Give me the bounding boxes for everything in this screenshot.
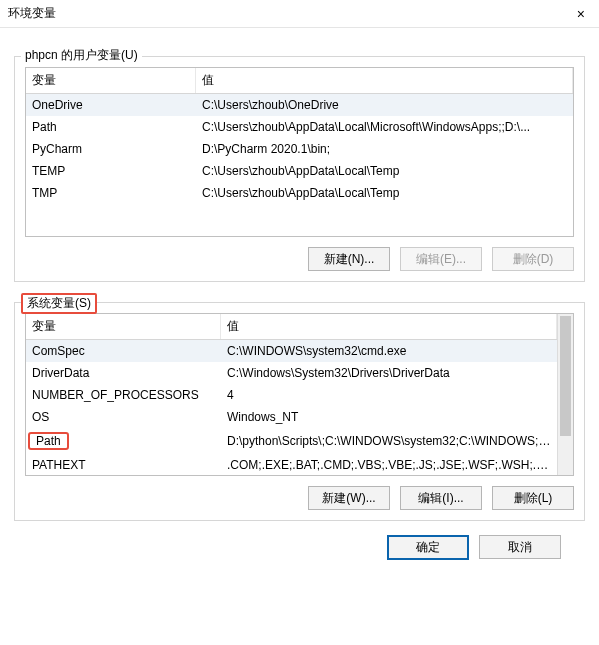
table-row[interactable]: TMP C:\Users\zhoub\AppData\Local\Temp — [26, 182, 573, 204]
var-name: ComSpec — [26, 342, 221, 360]
var-name: TEMP — [26, 162, 196, 180]
var-value: D:\PyCharm 2020.1\bin; — [196, 140, 573, 158]
var-name: Path — [26, 118, 196, 136]
cancel-button[interactable]: 取消 — [479, 535, 561, 559]
var-value: C:\Users\zhoub\AppData\Local\Temp — [196, 162, 573, 180]
var-value: C:\WINDOWS\system32\cmd.exe — [221, 342, 557, 360]
var-name: Path — [26, 430, 221, 452]
user-vars-body: OneDrive C:\Users\zhoub\OneDrive Path C:… — [26, 94, 573, 236]
ok-button[interactable]: 确定 — [387, 535, 469, 560]
new-button[interactable]: 新建(W)... — [308, 486, 390, 510]
var-name: OS — [26, 408, 221, 426]
system-vars-body: ComSpec C:\WINDOWS\system32\cmd.exe Driv… — [26, 340, 557, 475]
var-value: 4 — [221, 386, 557, 404]
table-row[interactable]: PATHEXT .COM;.EXE;.BAT;.CMD;.VBS;.VBE;.J… — [26, 454, 557, 475]
var-value: C:\Users\zhoub\OneDrive — [196, 96, 573, 114]
table-row[interactable]: OS Windows_NT — [26, 406, 557, 428]
var-name: TMP — [26, 184, 196, 202]
table-row[interactable]: Path C:\Users\zhoub\AppData\Local\Micros… — [26, 116, 573, 138]
path-highlight: Path — [28, 432, 69, 450]
system-vars-legend: 系统变量(S) — [21, 293, 97, 314]
table-row[interactable]: TEMP C:\Users\zhoub\AppData\Local\Temp — [26, 160, 573, 182]
delete-button[interactable]: 删除(D) — [492, 247, 574, 271]
col-header-value[interactable]: 值 — [221, 314, 557, 339]
var-value: C:\Windows\System32\Drivers\DriverData — [221, 364, 557, 382]
close-icon[interactable]: × — [571, 4, 591, 24]
table-row[interactable]: Path D:\python\Scripts\;C:\WINDOWS\syste… — [26, 428, 557, 454]
titlebar: 环境变量 × — [0, 0, 599, 28]
var-value: Windows_NT — [221, 408, 557, 426]
var-name: PyCharm — [26, 140, 196, 158]
edit-button[interactable]: 编辑(I)... — [400, 486, 482, 510]
dialog-content: phpcn 的用户变量(U) 变量 值 OneDrive C:\Users\zh… — [0, 28, 599, 560]
system-vars-table[interactable]: 变量 值 ComSpec C:\WINDOWS\system32\cmd.exe… — [25, 313, 574, 476]
var-value: C:\Users\zhoub\AppData\Local\Microsoft\W… — [196, 118, 573, 136]
var-name: NUMBER_OF_PROCESSORS — [26, 386, 221, 404]
var-name: PATHEXT — [26, 456, 221, 474]
user-vars-header: 变量 值 — [26, 68, 573, 94]
scrollbar[interactable] — [557, 314, 573, 475]
var-value: C:\Users\zhoub\AppData\Local\Temp — [196, 184, 573, 202]
user-vars-legend: phpcn 的用户变量(U) — [21, 47, 142, 64]
col-header-name[interactable]: 变量 — [26, 68, 196, 93]
var-value: D:\python\Scripts\;C:\WINDOWS\system32;C… — [221, 432, 557, 450]
system-vars-header: 变量 值 — [26, 314, 557, 340]
var-value: .COM;.EXE;.BAT;.CMD;.VBS;.VBE;.JS;.JSE;.… — [221, 456, 557, 474]
table-row[interactable]: DriverData C:\Windows\System32\Drivers\D… — [26, 362, 557, 384]
var-name: OneDrive — [26, 96, 196, 114]
dialog-buttons: 确定 取消 — [14, 521, 585, 560]
user-vars-buttons: 新建(N)... 编辑(E)... 删除(D) — [25, 247, 574, 271]
new-button[interactable]: 新建(N)... — [308, 247, 390, 271]
table-row[interactable]: OneDrive C:\Users\zhoub\OneDrive — [26, 94, 573, 116]
delete-button[interactable]: 删除(L) — [492, 486, 574, 510]
user-vars-table[interactable]: 变量 值 OneDrive C:\Users\zhoub\OneDrive Pa… — [25, 67, 574, 237]
window-title: 环境变量 — [8, 5, 56, 22]
scrollbar-thumb[interactable] — [560, 316, 571, 436]
table-row[interactable]: NUMBER_OF_PROCESSORS 4 — [26, 384, 557, 406]
table-row[interactable]: ComSpec C:\WINDOWS\system32\cmd.exe — [26, 340, 557, 362]
system-vars-buttons: 新建(W)... 编辑(I)... 删除(L) — [25, 486, 574, 510]
user-vars-group: phpcn 的用户变量(U) 变量 值 OneDrive C:\Users\zh… — [14, 56, 585, 282]
col-header-name[interactable]: 变量 — [26, 314, 221, 339]
edit-button[interactable]: 编辑(E)... — [400, 247, 482, 271]
var-name: DriverData — [26, 364, 221, 382]
table-row[interactable]: PyCharm D:\PyCharm 2020.1\bin; — [26, 138, 573, 160]
col-header-value[interactable]: 值 — [196, 68, 573, 93]
system-vars-group: 系统变量(S) 变量 值 ComSpec C:\WINDOWS\system32… — [14, 302, 585, 521]
